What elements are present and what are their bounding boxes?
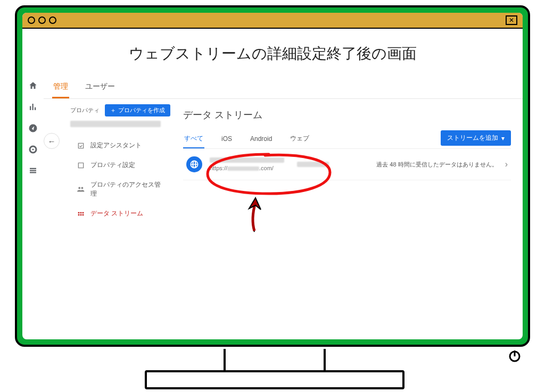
menu-data-streams[interactable]: データ ストリーム	[70, 204, 171, 223]
menu-label: プロパティのアクセス管理	[90, 180, 165, 198]
create-property-button[interactable]: ＋ プロパティを作成	[105, 104, 170, 116]
traffic-light-dot[interactable]	[28, 16, 35, 24]
monitor-base	[145, 370, 404, 389]
add-stream-label: ストリームを追加	[447, 134, 498, 143]
monitor-frame: ✕ ウェブストリームの詳細設定終了後の画面 管理 ユーザー	[15, 5, 530, 347]
back-button[interactable]: ←	[44, 133, 60, 149]
power-icon	[508, 349, 522, 363]
stream-tab-ios[interactable]: iOS	[220, 131, 233, 148]
menu-label: プロパティ設定	[90, 161, 135, 170]
tab-user[interactable]: ユーザー	[84, 77, 116, 98]
menu-setup-assistant[interactable]: 設定アシスタント	[70, 136, 171, 155]
add-stream-button[interactable]: ストリームを追加 ▾	[441, 130, 511, 146]
traffic-lights	[28, 16, 56, 24]
web-stream-icon	[186, 156, 202, 172]
check-square-icon	[77, 141, 85, 150]
traffic-light-dot[interactable]	[38, 16, 46, 24]
screen: ✕ ウェブストリームの詳細設定終了後の画面 管理 ユーザー	[22, 13, 523, 339]
stream-url: https://.com/	[210, 165, 290, 171]
admin-tabs: 管理 ユーザー	[44, 77, 523, 99]
explore-icon[interactable]	[28, 123, 38, 135]
create-property-label: プロパティを作成	[118, 106, 165, 114]
tab-admin[interactable]: 管理	[52, 77, 69, 98]
stream-name-redacted	[210, 157, 284, 163]
reports-icon[interactable]	[28, 102, 38, 114]
property-label: プロパティ	[70, 106, 100, 114]
library-icon[interactable]	[28, 166, 38, 178]
stream-id-redacted	[297, 162, 329, 167]
data-stream-icon	[77, 210, 85, 218]
chevron-down-icon: ▾	[501, 135, 505, 142]
window-titlebar: ✕	[22, 13, 523, 29]
target-icon[interactable]	[28, 145, 38, 156]
property-column: プロパティ ＋ プロパティを作成 設定アシスタント	[65, 99, 171, 223]
stream-tab-web[interactable]: ウェブ	[289, 130, 310, 148]
stream-list-item[interactable]: https://.com/ 過去 48 時間に受信したデータはありません。 ›	[183, 149, 511, 180]
property-menu: 設定アシスタント プロパティ設定 プロパティのアクセス管理	[70, 132, 171, 223]
settings-box-icon	[77, 161, 85, 170]
menu-property-settings[interactable]: プロパティ設定	[70, 155, 171, 175]
page-title: ウェブストリームの詳細設定終了後の画面	[22, 44, 523, 64]
property-name-redacted	[70, 121, 161, 127]
close-icon[interactable]: ✕	[506, 15, 517, 25]
stream-status-text: 過去 48 時間に受信したデータはありません。	[376, 161, 497, 169]
stream-tab-all[interactable]: すべて	[183, 130, 204, 148]
people-icon	[77, 185, 85, 194]
traffic-light-dot[interactable]	[49, 16, 56, 24]
home-icon[interactable]	[28, 81, 38, 93]
stream-filter-tabs: すべて iOS Android ウェブ ストリームを追加 ▾	[183, 130, 511, 149]
left-icon-rail	[22, 77, 44, 223]
menu-label: データ ストリーム	[90, 209, 143, 218]
menu-label: 設定アシスタント	[90, 141, 142, 150]
menu-access-management[interactable]: プロパティのアクセス管理	[70, 175, 171, 204]
content-heading: データ ストリーム	[183, 109, 511, 121]
chevron-right-icon: ›	[505, 160, 508, 169]
stream-tab-android[interactable]: Android	[249, 131, 273, 148]
ga-admin-panel: 管理 ユーザー ← プロパティ ＋ プロパティを作成	[22, 77, 523, 223]
content-area: データ ストリーム すべて iOS Android ウェブ ストリームを追加 ▾	[171, 99, 523, 223]
